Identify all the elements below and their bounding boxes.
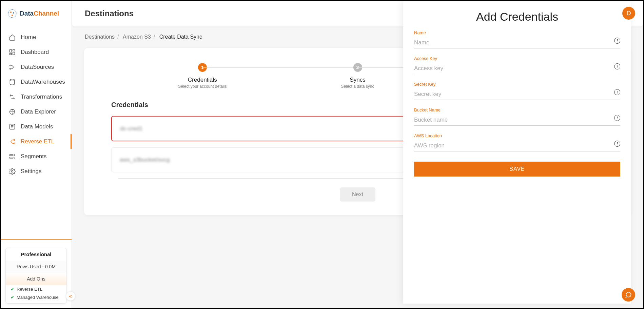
- svg-point-10: [10, 79, 14, 81]
- svg-rect-16: [10, 157, 13, 158]
- addon-item: ✔Managed Warehouse: [6, 293, 66, 303]
- check-icon: ✔: [11, 286, 15, 292]
- sidebar-item-reverse-etl[interactable]: Reverse ETL: [1, 134, 72, 149]
- panel-title: Add Credentials: [414, 10, 620, 23]
- svg-point-19: [12, 171, 13, 172]
- step-sub: Select your account details: [125, 84, 280, 89]
- svg-point-1: [10, 12, 12, 13]
- form-group-aws-location: AWS Location i: [414, 133, 620, 151]
- info-icon[interactable]: i: [614, 38, 620, 44]
- section-title: Credentials: [111, 101, 148, 109]
- addons-title: Add Ons: [6, 273, 66, 285]
- gear-icon: [9, 168, 16, 175]
- credential-name: dc-cred1: [120, 125, 142, 132]
- next-button[interactable]: Next: [340, 187, 375, 202]
- svg-point-14: [14, 143, 15, 144]
- step-title: Credentials: [125, 77, 280, 83]
- avatar[interactable]: D: [622, 7, 635, 20]
- svg-rect-5: [13, 50, 15, 51]
- info-icon[interactable]: i: [614, 63, 620, 69]
- info-icon[interactable]: i: [614, 89, 620, 95]
- breadcrumb-item[interactable]: Amazon S3: [123, 34, 151, 40]
- reverse-etl-icon: [9, 138, 16, 145]
- add-credentials-panel: Add Credentials Name i Access Key i Secr…: [403, 1, 631, 304]
- datasources-icon: [9, 64, 16, 70]
- breadcrumb-current: Create Data Sync: [159, 34, 202, 40]
- svg-point-17: [14, 154, 15, 156]
- sidebar-item-datasources[interactable]: DataSources: [1, 60, 72, 75]
- svg-rect-15: [10, 154, 13, 156]
- svg-point-13: [14, 139, 15, 140]
- divider: [1, 239, 72, 240]
- svg-rect-6: [13, 52, 15, 55]
- plan-rows-used: Rows Used - 0.0M: [6, 261, 66, 273]
- form-group-access-key: Access Key i: [414, 56, 620, 74]
- form-group-name: Name i: [414, 30, 620, 48]
- form-group-secret-key: Secret Key i: [414, 82, 620, 100]
- sidebar-item-data-explorer[interactable]: Data Explorer: [1, 104, 72, 119]
- sidebar-item-datawarehouses[interactable]: DataWarehouses: [1, 75, 72, 89]
- sidebar-item-label: Data Explorer: [21, 108, 56, 115]
- addon-label: Reverse ETL: [17, 287, 42, 292]
- breadcrumb-item[interactable]: Destinations: [85, 34, 115, 40]
- svg-rect-4: [10, 50, 12, 53]
- info-icon[interactable]: i: [614, 115, 620, 121]
- svg-point-2: [13, 12, 14, 14]
- explorer-icon: [9, 108, 16, 115]
- form-label: Access Key: [414, 56, 620, 61]
- transformations-icon: [9, 94, 16, 100]
- step-1[interactable]: 1 Credentials Select your account detail…: [125, 63, 280, 89]
- name-input[interactable]: [414, 37, 620, 48]
- form-label: Name: [414, 30, 620, 35]
- dashboard-icon: [9, 49, 16, 56]
- page-title: Destinations: [85, 9, 134, 18]
- sidebar-item-settings[interactable]: Settings: [1, 164, 72, 179]
- svg-point-0: [8, 9, 16, 18]
- form-label: Secret Key: [414, 82, 620, 87]
- sidebar-collapse-button[interactable]: «: [66, 291, 75, 301]
- secret-key-input[interactable]: [414, 89, 620, 100]
- sidebar-item-label: DataSources: [21, 64, 54, 70]
- svg-point-8: [10, 65, 11, 66]
- sidebar-item-segments[interactable]: Segments: [1, 149, 72, 164]
- sidebar-item-home[interactable]: Home: [1, 30, 72, 45]
- form-group-bucket-name: Bucket Name i: [414, 107, 620, 126]
- credential-name: aws_s3bucket/svcg: [120, 157, 170, 163]
- sidebar-item-dashboard[interactable]: Dashboard: [1, 45, 72, 60]
- segments-icon: [9, 153, 16, 160]
- sidebar-item-transformations[interactable]: Transformations: [1, 89, 72, 104]
- plan-box: Professional Rows Used - 0.0M Add Ons ✔R…: [5, 248, 67, 304]
- home-icon: [9, 34, 16, 41]
- addon-label: Managed Warehouse: [17, 295, 59, 300]
- svg-point-18: [14, 157, 15, 158]
- plan-name: Professional: [6, 248, 66, 261]
- logo-text-2: Channel: [34, 10, 59, 17]
- sidebar-item-label: Data Models: [21, 123, 53, 130]
- sidebar-item-label: Reverse ETL: [21, 138, 54, 145]
- svg-point-9: [10, 68, 11, 69]
- addon-item: ✔Reverse ETL: [6, 285, 66, 293]
- info-icon[interactable]: i: [614, 141, 620, 147]
- sidebar-item-label: Dashboard: [21, 49, 49, 56]
- aws-location-input[interactable]: [414, 140, 620, 151]
- access-key-input[interactable]: [414, 63, 620, 74]
- nav: Home Dashboard DataSources DataWarehouse…: [1, 26, 72, 239]
- models-icon: [9, 123, 16, 130]
- form-label: Bucket Name: [414, 107, 620, 112]
- save-button[interactable]: SAVE: [414, 162, 620, 177]
- form-label: AWS Location: [414, 133, 620, 138]
- sidebar-item-label: Segments: [21, 153, 47, 160]
- sidebar-item-label: Transformations: [21, 94, 62, 100]
- sidebar-item-label: DataWarehouses: [21, 79, 65, 85]
- datawarehouses-icon: [9, 79, 16, 85]
- chat-button[interactable]: [622, 288, 635, 302]
- logo[interactable]: DataChannel: [1, 1, 72, 26]
- sidebar-item-label: Settings: [21, 168, 41, 175]
- svg-rect-7: [10, 53, 12, 55]
- bucket-name-input[interactable]: [414, 115, 620, 126]
- sidebar-item-label: Home: [21, 34, 36, 41]
- sidebar-item-data-models[interactable]: Data Models: [1, 119, 72, 134]
- sidebar: DataChannel Home Dashboard DataSources D…: [1, 1, 72, 308]
- svg-point-3: [12, 15, 13, 16]
- logo-text-1: Data: [20, 10, 34, 17]
